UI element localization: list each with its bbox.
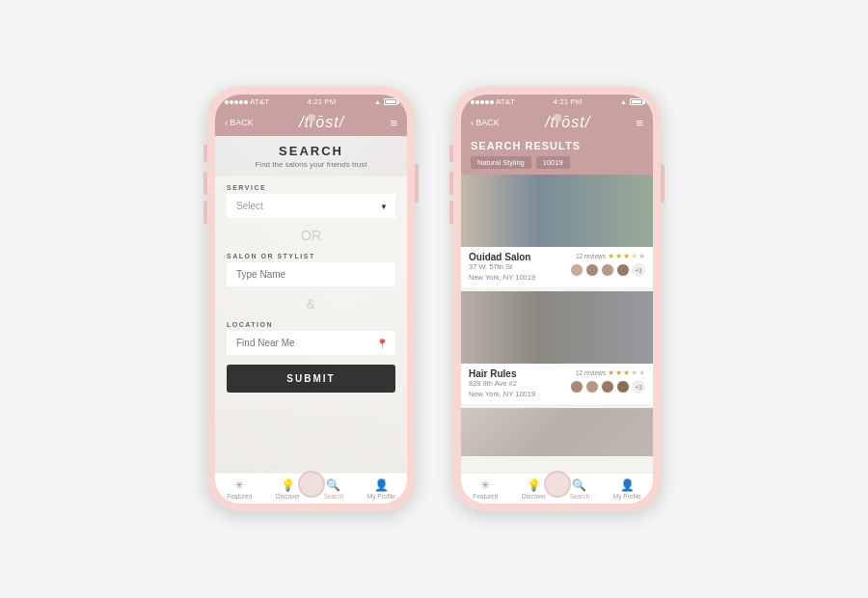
wifi-icon: ▲ [374, 98, 381, 105]
power-button [415, 164, 419, 203]
salon-name-ouidad: Ouidad Salon [469, 252, 535, 262]
home-button-right[interactable] [544, 471, 571, 498]
power-button-right [661, 164, 665, 203]
back-button[interactable]: ‹ BACK [225, 118, 254, 128]
reviews-row-hairrules: 12 reviews ★ ★ ★ ★ ★ [576, 368, 645, 377]
submit-button[interactable]: SUBMIT [227, 365, 395, 393]
salon-image-third [461, 408, 653, 456]
home-button[interactable] [298, 471, 325, 498]
search-screen: SEARCH Find the salons your friends trus… [215, 136, 407, 473]
volume-down-button [203, 201, 207, 224]
avatar-3 [601, 263, 614, 277]
star-hr-1: ★ [608, 368, 614, 377]
salon-name-hairrules: Hair Rules [469, 368, 535, 379]
service-section: SERVICE Select ▼ [227, 184, 395, 218]
search-icon-right: 🔍 [572, 478, 586, 492]
filter-tags: Natural Styling 10019 [471, 156, 643, 169]
battery-icon-right [630, 98, 643, 105]
discover-icon: 💡 [281, 478, 295, 492]
avatars-hairrules: +3 [570, 380, 645, 394]
back-button-right[interactable]: ‹ BACK [471, 118, 500, 128]
featured-icon-right: ✳ [480, 478, 490, 492]
carrier-label-right: AT&T [496, 97, 515, 106]
search-form: SERVICE Select ▼ OR SALON OR STYLIST [215, 177, 407, 473]
star-hr-2: ★ [615, 368, 622, 377]
hamburger-icon[interactable]: ≡ [390, 116, 397, 130]
tab-featured-label: Featured [227, 493, 252, 500]
stars-hairrules: ★ ★ ★ ★ ★ [608, 368, 645, 377]
discover-icon-right: 💡 [527, 478, 541, 492]
tab-featured[interactable]: ✳ Featured [227, 478, 252, 500]
or-divider: OR [227, 228, 395, 243]
result-card-hairrules[interactable]: Hair Rules 828 9th Ave #2New York, NY 10… [461, 291, 653, 404]
service-select[interactable]: Select [227, 194, 395, 218]
star-hr-4: ★ [631, 368, 637, 377]
tab-search-right[interactable]: 🔍 Search [570, 478, 590, 500]
result-card-ouidad[interactable]: Ouidad Salon 37 W. 57th StNew York, NY 1… [461, 175, 653, 287]
tab-discover-right[interactable]: 💡 Discover [522, 478, 546, 500]
mute-button-right [449, 145, 453, 162]
app-logo-right: /trōst/ [545, 114, 590, 131]
battery-icon [384, 98, 397, 105]
and-divider: & [227, 296, 395, 312]
salon-input[interactable] [227, 262, 395, 286]
time-label-right: 4:21 PM [554, 97, 583, 106]
time-label: 4:21 PM [308, 97, 337, 106]
card-details-hairrules: Hair Rules 828 9th Ave #2New York, NY 10… [469, 368, 535, 399]
location-label: LOCATION [227, 321, 395, 328]
star-5: ★ [638, 252, 645, 260]
chevron-left-icon: ‹ [225, 118, 228, 128]
salon-section: SALON OR STYLIST [227, 253, 395, 286]
results-list: Ouidad Salon 37 W. 57th StNew York, NY 1… [461, 175, 653, 473]
avatar-hr-3 [601, 380, 614, 394]
filter-tag-0[interactable]: Natural Styling [471, 156, 531, 169]
tab-profile-right[interactable]: 👤 My Profile [613, 478, 641, 500]
camera-notch-right [554, 114, 561, 122]
reviews-row-ouidad: 12 reviews ★ ★ ★ ★ ★ [576, 252, 645, 260]
star-hr-3: ★ [623, 368, 630, 377]
plus-badge-ouidad: +3 [632, 263, 645, 277]
search-title: SEARCH [220, 144, 402, 158]
search-header: SEARCH Find the salons your friends trus… [215, 136, 407, 177]
avatar-1 [570, 263, 583, 277]
review-count-hairrules: 12 reviews [576, 369, 606, 376]
profile-icon-right: 👤 [620, 478, 635, 492]
plus-badge-hairrules: +3 [632, 380, 645, 394]
chevron-left-icon-right: ‹ [471, 118, 474, 128]
tab-profile-label: My Profile [367, 493, 395, 500]
location-section: LOCATION 📍 [227, 321, 395, 355]
avatar-4 [616, 263, 630, 277]
card-info-ouidad: Ouidad Salon 37 W. 57th StNew York, NY 1… [461, 247, 653, 287]
volume-up-button [203, 172, 207, 195]
search-icon: 🔍 [326, 478, 340, 492]
app-logo: /trōst/ [299, 114, 344, 131]
camera-notch [308, 114, 315, 122]
tab-search-label: Search [324, 493, 344, 500]
location-pin-icon: 📍 [376, 338, 388, 348]
search-subtitle: Find the salons your friends trust [220, 160, 402, 169]
left-phone: AT&T 4:21 PM ▲ ‹ BACK /trōst/ ≡ SEARCH [207, 87, 415, 511]
tab-featured-right[interactable]: ✳ Featured [473, 478, 498, 500]
carrier-label: AT&T [250, 97, 269, 106]
salon-image-ouidad [461, 175, 653, 247]
tab-discover-label-right: Discover [522, 493, 546, 500]
avatars-ouidad: +3 [570, 263, 645, 277]
filter-tag-1[interactable]: 10019 [536, 156, 570, 169]
tab-profile[interactable]: 👤 My Profile [367, 478, 395, 500]
tab-featured-label-right: Featured [473, 493, 498, 500]
tab-profile-label-right: My Profile [613, 493, 641, 500]
location-input-wrapper: 📍 [227, 331, 395, 355]
tab-search[interactable]: 🔍 Search [324, 478, 344, 500]
salon-addr-hairrules: 828 9th Ave #2New York, NY 10019 [469, 379, 535, 399]
salon-image-hairrules [461, 291, 653, 364]
star-2: ★ [615, 252, 622, 260]
result-card-third[interactable] [461, 408, 653, 456]
avatar-hr-1 [570, 380, 583, 394]
results-header: SEARCH RESULTS Natural Styling 10019 [461, 136, 653, 175]
location-input[interactable] [227, 331, 395, 355]
avatar-2 [585, 263, 599, 277]
hamburger-icon-right[interactable]: ≡ [636, 116, 643, 130]
results-screen: SEARCH RESULTS Natural Styling 10019 Oui… [461, 136, 653, 473]
tab-discover[interactable]: 💡 Discover [276, 478, 300, 500]
avatar-hr-4 [616, 380, 630, 394]
